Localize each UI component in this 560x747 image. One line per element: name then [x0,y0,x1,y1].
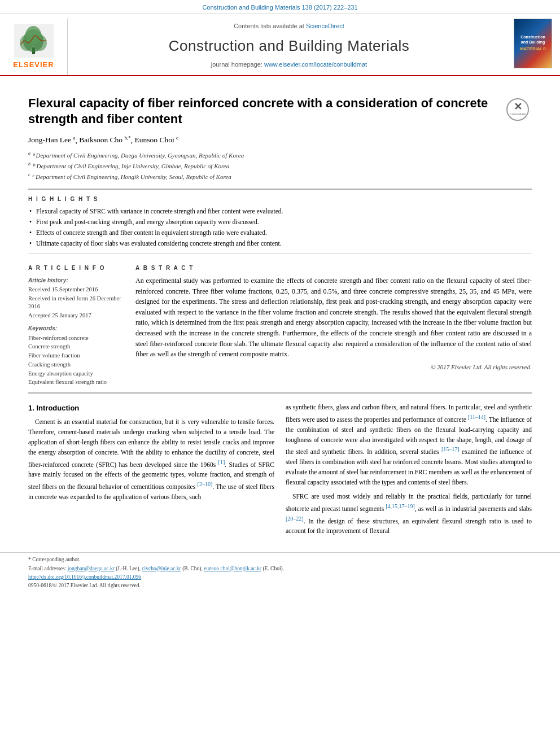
divider-after-affiliations [28,189,532,190]
article-info-label: A R T I C L E I N F O [28,264,124,272]
sciencedirect-line: Contents lists available at ScienceDirec… [234,22,344,30]
email3-link[interactable]: eunsoo choi@hongik.ac.kr [204,566,261,571]
keyword-item: Energy absorption capacity [28,369,124,378]
affil-a: a ᵃ Department of Civil Engineering, Dae… [28,150,532,160]
article-info-column: A R T I C L E I N F O Article history: R… [28,260,124,387]
highlight-item: First peak and post-cracking strength, a… [28,217,532,226]
corresponding-note: * Corresponding author. [28,556,532,563]
divider-after-abstract [28,392,532,394]
email1-link[interactable]: jonghan@daegu.ac.kr [68,566,115,571]
body-col-right: as synthetic fibers, glass and carbon fi… [286,403,532,541]
divider-after-highlights [28,254,532,254]
article-title: Flexural capacity of fiber reinforced co… [28,95,532,128]
doi-line[interactable]: http://dx.doi.org/10.1016/j.conbuildmat.… [28,574,532,581]
history-label: Article history: [28,277,124,285]
journal-header: ELSEVIER Contents lists available at Sci… [0,14,560,76]
highlight-item: Ultimate capacity of floor slabs was eva… [28,239,532,248]
issn-line: 0950-0618/© 2017 Elsevier Ltd. All right… [28,582,532,589]
elsevier-tree-icon [14,24,54,58]
doi-link[interactable]: http://dx.doi.org/10.1016/j.conbuildmat.… [28,574,141,580]
body-col-left: 1. Introduction Cement is an essential m… [28,403,274,541]
intro-section-title: 1. Introduction [28,403,274,414]
intro-para3: SFRC are used most widely and reliably i… [286,492,532,536]
ref-2-10[interactable]: [2–10] [198,481,213,487]
cover-title-line1: Construction [520,35,545,40]
highlights-label: H I G H L I G H T S [28,195,532,203]
highlight-item: Flexural capacity of SFRC with variance … [28,207,532,216]
affil-c: c ᶜ Department of Civil Engineering, Hon… [28,172,532,181]
cover-title-line2: and Building [521,40,545,45]
abstract-text: An experimental study was performed to e… [135,276,532,360]
body-section: 1. Introduction Cement is an essential m… [28,403,532,541]
highlights-list: Flexural capacity of SFRC with variance … [28,207,532,248]
ref-15-17[interactable]: [15–17] [441,446,460,452]
cover-box: Construction and Building MATERIALS [514,19,552,68]
footer: * Corresponding author. E-mail addresses… [0,552,560,593]
journal-homepage: journal homepage: www.elsevier.com/locat… [211,60,367,69]
keyword-item: Concrete strength [28,342,124,351]
author-choi: Eunsoo Choi c [135,136,179,144]
elsevier-logo: ELSEVIER [0,19,68,75]
abstract-label: A B S T R A C T [135,264,532,272]
intro-para2: as synthetic fibers, glass and carbon fi… [286,403,532,487]
email-line: E-mail addresses: jonghan@daegu.ac.kr (J… [28,565,532,573]
sciencedirect-link[interactable]: ScienceDirect [306,23,344,29]
author-lee: Jong-Han Lee a [28,136,75,144]
highlight-item: Effects of concrete strength and fiber c… [28,228,532,237]
journal-center: Contents lists available at ScienceDirec… [68,19,510,75]
page: Construction and Building Materials 138 … [0,0,560,747]
intro-para1: Cement is an essential material for cons… [28,417,274,502]
keyword-item: Equivalent flexural strength ratio [28,378,124,387]
keyword-item: Fiber-reinforced concrete [28,334,124,343]
svg-point-4 [25,26,41,44]
crossmark-icon: ✕ [514,102,522,112]
author-cho: Baiksoon Cho b,* [79,136,131,144]
homepage-link[interactable]: www.elsevier.com/locate/conbuildmat [264,61,367,68]
revised-date: Received in revised form 26 December 201… [28,295,124,311]
crossmark-circle: ✕ CrossMark [506,98,529,121]
affil-b: b ᵇ Department of Civil Engineering, Inj… [28,161,532,171]
top-bar: Construction and Building Materials 138 … [0,0,560,14]
paper-content: Flexural capacity of fiber reinforced co… [0,76,560,553]
journal-cover-image: Construction and Building MATERIALS [510,19,555,75]
article-info-abstract-section: A R T I C L E I N F O Article history: R… [28,260,532,387]
accepted-date: Accepted 25 January 2017 [28,312,124,320]
keywords-label: Keywords: [28,325,124,333]
keyword-item: Cracking strength [28,360,124,369]
citation-text: Construction and Building Materials 138 … [202,4,357,11]
ref-11-14[interactable]: [11–14] [468,414,485,420]
ref-4-15-17-19[interactable]: [4,15,17–19] [386,503,415,509]
affiliations: a ᵃ Department of Civil Engineering, Dae… [28,150,532,181]
article-title-section: Flexural capacity of fiber reinforced co… [28,95,532,128]
cover-title-line3: MATERIALS [520,46,546,52]
authors-line: Jong-Han Lee a, Baiksoon Cho b,*, Eunsoo… [28,134,532,146]
email2-link[interactable]: civcho@inje.ac.kr [142,566,181,571]
copyright-line: © 2017 Elsevier Ltd. All rights reserved… [135,363,532,372]
crossmark-label: CrossMark [509,112,526,116]
keyword-item: Fiber volume fraction [28,351,124,360]
keywords-list: Fiber-reinforced concrete Concrete stren… [28,334,124,387]
elsevier-wordmark: ELSEVIER [13,60,54,70]
abstract-column: A B S T R A C T An experimental study wa… [135,260,532,387]
journal-title: Construction and Building Materials [169,36,410,56]
crossmark-badge: ✕ CrossMark [504,95,532,124]
ref-1[interactable]: [1] [218,459,225,465]
ref-20-22[interactable]: [20–22] [286,516,304,522]
received-date: Received 15 September 2016 [28,286,124,294]
